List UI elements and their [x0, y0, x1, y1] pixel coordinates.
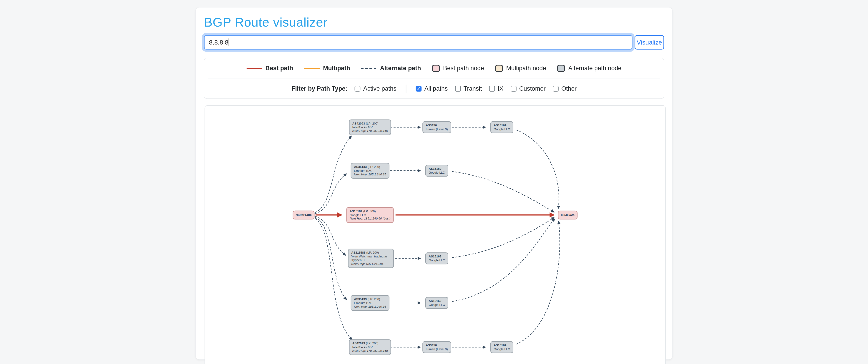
- multipath-node-swatch: [495, 65, 503, 72]
- alternate-path-node-swatch: [557, 65, 565, 72]
- graph-canvas[interactable]: router1.dtc AS42093 (LP: 200) InterRacks…: [205, 105, 666, 364]
- graph-node-source-router[interactable]: router1.dtc: [292, 211, 315, 219]
- as-name: Lumen (Level 3): [426, 347, 448, 351]
- next-hop: Next Hop: 178.251.29.166: [352, 129, 388, 133]
- as-number: AS35133: [354, 297, 367, 301]
- as-name: Lumen (Level 3): [426, 127, 448, 131]
- transit-checkbox-box[interactable]: [455, 86, 461, 92]
- graph-node-path2-hop1[interactable]: AS35133 (LP: 200) Eranium B.V. Next Hop:…: [350, 163, 390, 178]
- edge-router-to-path2: [315, 174, 347, 213]
- local-pref: (LP: 300): [363, 209, 376, 213]
- graph-node-path6-hop2[interactable]: AS3356 Lumen (Level 3): [423, 341, 451, 353]
- legend-item-best-path: Best path: [247, 65, 293, 72]
- edge-path5-to-destination: [452, 219, 555, 301]
- ix-checkbox-box[interactable]: [489, 86, 495, 92]
- as-number: AS3356: [426, 124, 437, 127]
- as-name: InterRacks B.V.: [352, 125, 388, 129]
- as-number: AS42093: [352, 122, 365, 125]
- search-row: 8.8.8.8 Visualize: [204, 35, 664, 49]
- graph-node-destination-prefix[interactable]: 8.8.8.0/24: [558, 211, 578, 219]
- as-number: AS15169: [429, 299, 441, 303]
- graph-node-path1-hop3[interactable]: AS15169 Google LLC: [490, 121, 513, 133]
- as-name: Google LLC: [429, 303, 445, 306]
- page-viewport: BGP Route visualizer 8.8.8.8 Visualize B…: [0, 0, 868, 364]
- edge-path1-to-destination: [517, 130, 559, 208]
- next-hop: Next Hop: 178.251.29.168: [352, 349, 388, 353]
- graph-node-path6-hop1[interactable]: AS42093 (LP: 200) InterRacks B.V. Next H…: [349, 339, 391, 355]
- checkbox-other[interactable]: Other: [553, 85, 577, 92]
- ip-input-value: 8.8.8.8: [209, 39, 228, 46]
- next-hop: Next Hop: 185.1.240.84: [351, 262, 391, 266]
- as-number: AS3356: [426, 343, 437, 347]
- legend-row: Best path Multipath Alternate path Best …: [205, 58, 664, 78]
- local-pref: (LP: 200): [368, 297, 380, 301]
- local-pref: (LP: 200): [366, 122, 378, 125]
- as-number: AS15169: [494, 343, 506, 347]
- filter-row: Filter by Path Type: Active paths ✓ All …: [205, 79, 664, 98]
- graph-node-path4-hop1[interactable]: AS211588 (LP: 200) Yvan Watchman trading…: [348, 249, 394, 268]
- next-hop: Next Hop: 185.1.240.35: [354, 172, 386, 176]
- legend-item-alternate-path-node: Alternate path node: [557, 65, 622, 72]
- edge-path2-to-destination: [452, 171, 554, 212]
- graph-node-path1-hop2[interactable]: AS3356 Lumen (Level 3): [423, 121, 451, 133]
- graph-node-path2-hop2[interactable]: AS15169 Google LLC: [425, 165, 448, 176]
- filter-title: Filter by Path Type:: [291, 85, 348, 92]
- ip-address-input[interactable]: 8.8.8.8: [204, 35, 632, 49]
- checkbox-ix[interactable]: IX: [489, 85, 503, 92]
- filter-separator: [406, 85, 406, 93]
- edge-router-to-path5: [315, 218, 347, 300]
- local-pref: (LP: 200): [366, 341, 378, 345]
- as-name: Google LLC: [494, 347, 510, 351]
- as-name: Yvan Watchman trading as Xyphen IT: [351, 255, 391, 262]
- best-path-line-swatch: [247, 68, 262, 69]
- main-card: BGP Route visualizer 8.8.8.8 Visualize B…: [195, 7, 673, 360]
- as-number: AS35133: [354, 165, 367, 169]
- text-caret: [229, 38, 229, 46]
- edge-path4-to-destination: [452, 218, 554, 258]
- legend-item-alternate-path: Alternate path: [361, 65, 421, 72]
- graph-edges-layer: [205, 106, 666, 364]
- as-number: AS15169: [429, 167, 441, 170]
- legend-item-multipath: Multipath: [304, 65, 350, 72]
- as-number: AS15169: [429, 255, 441, 258]
- legend-item-best-path-node: Best path node: [432, 65, 484, 72]
- checkbox-active-paths[interactable]: Active paths: [355, 85, 397, 92]
- page-title: BGP Route visualizer: [204, 15, 664, 30]
- as-number: AS211588: [351, 251, 366, 254]
- as-number: AS15169: [494, 124, 506, 127]
- as-name: InterRacks B.V.: [352, 345, 388, 349]
- as-name: Google LLC: [494, 127, 510, 131]
- checkbox-customer[interactable]: Customer: [510, 85, 546, 92]
- edge-path6-to-destination: [517, 221, 560, 344]
- graph-node-path4-hop2[interactable]: AS15169 Google LLC: [425, 253, 448, 264]
- as-name: Eranium B.V.: [354, 301, 386, 305]
- legend-filter-panel: Best path Multipath Alternate path Best …: [204, 58, 664, 99]
- graph-node-path5-hop1[interactable]: AS35133 (LP: 200) Eranium B.V. Next Hop:…: [350, 295, 390, 311]
- graph-node-path1-hop1[interactable]: AS42093 (LP: 200) InterRacks B.V. Next H…: [349, 120, 391, 135]
- best-path-node-swatch: [432, 65, 440, 72]
- local-pref: (LP: 200): [366, 251, 379, 254]
- as-name: Google LLC: [350, 213, 390, 217]
- as-name: Google LLC: [429, 258, 445, 262]
- checkbox-all-paths[interactable]: ✓ All paths: [416, 85, 447, 92]
- as-number: AS42093: [352, 341, 365, 345]
- legend-item-multipath-node: Multipath node: [495, 65, 546, 72]
- as-name: Eranium B.V.: [354, 169, 386, 172]
- as-name: Google LLC: [429, 171, 445, 174]
- graph-node-best-path-hop1[interactable]: AS15169 (LP: 300) Google LLC Next Hop: 1…: [346, 207, 394, 223]
- multipath-line-swatch: [304, 68, 320, 69]
- customer-checkbox-box[interactable]: [510, 86, 517, 92]
- active-paths-checkbox-box[interactable]: [355, 86, 361, 92]
- local-pref: (LP: 200): [368, 165, 380, 169]
- checkbox-transit[interactable]: Transit: [455, 85, 482, 92]
- as-number: AS15169: [350, 209, 362, 213]
- graph-node-path6-hop3[interactable]: AS15169 Google LLC: [490, 341, 513, 353]
- other-checkbox-box[interactable]: [553, 86, 559, 92]
- edge-router-to-path6: [315, 219, 352, 340]
- next-hop: Next Hop: 185.1.240.36: [354, 305, 386, 308]
- next-hop: Next Hop: 185.1.240.60 (best): [350, 217, 390, 221]
- graph-node-path5-hop2[interactable]: AS15169 Google LLC: [425, 297, 448, 309]
- visualize-button[interactable]: Visualize: [635, 35, 664, 49]
- alternate-path-line-swatch: [361, 68, 377, 69]
- all-paths-checkbox-box[interactable]: ✓: [416, 86, 422, 92]
